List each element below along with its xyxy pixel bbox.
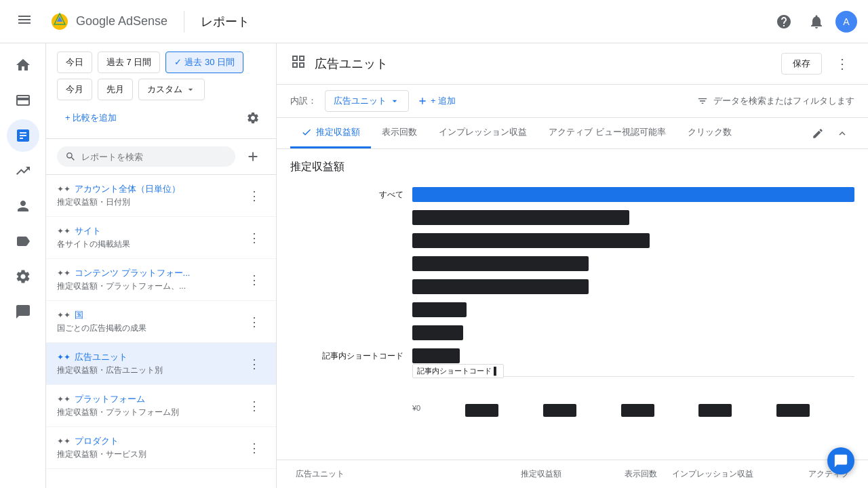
sidebar: [0, 43, 46, 488]
sidebar-item-payments[interactable]: [7, 84, 39, 117]
date-today-button[interactable]: 今日: [57, 52, 92, 73]
main-layout: 今日 過去 7 日間 ✓過去 30 日間 今月 先月 カスタム + 比較を追加: [0, 43, 868, 488]
date-last7-button[interactable]: 過去 7 日間: [98, 52, 160, 73]
x-label-0: ¥0: [412, 404, 420, 417]
avatar[interactable]: A: [835, 11, 857, 33]
report-item-site-menu[interactable]: ⋮: [243, 227, 265, 249]
bar-row-6: [412, 323, 854, 342]
bar-tooltip: 記事内ショートコード ▌: [412, 364, 504, 378]
menu-icon[interactable]: [11, 6, 38, 37]
th-impressions: 表示回数: [567, 466, 663, 483]
sidebar-item-tags[interactable]: [7, 225, 39, 258]
date-thismonth-button[interactable]: 今月: [57, 79, 92, 100]
report-item-product[interactable]: ✦✦ プロダクト 推定収益額・サービス別 ⋮: [46, 427, 276, 469]
report-header: 広告ユニット 保存 ⋮: [277, 43, 868, 85]
metric-tab-revenue[interactable]: 推定収益額: [290, 118, 371, 148]
sidebar-item-trends[interactable]: [7, 155, 39, 187]
report-item-content-platform[interactable]: ✦✦ コンテンツ プラットフォー... 推定収益額・プラットフォーム、... ⋮: [46, 259, 276, 301]
metric-tab-viewability[interactable]: アクティブ ビュー視認可能率: [538, 118, 677, 148]
x-label-2: [543, 404, 576, 417]
chart-area: 推定収益額 すべて: [277, 149, 868, 460]
metric-tab-clicks[interactable]: クリック数: [677, 118, 743, 148]
report-item-country[interactable]: ✦✦ 国 国ごとの広告掲載の成果 ⋮: [46, 301, 276, 343]
th-revenue: 推定収益額: [471, 466, 567, 483]
filter-search-bar: データを検索またはフィルタします: [697, 95, 854, 107]
date-lastmonth-button[interactable]: 先月: [98, 79, 133, 100]
bar-row-4: [412, 277, 854, 296]
logo-text: Google AdSense: [76, 14, 167, 28]
report-list: ✦✦ アカウント全体（日単位） 推定収益額・日付別 ⋮ ✦✦ サイト 各サイトの…: [46, 175, 276, 488]
metric-tab-rpm[interactable]: インプレッション収益: [428, 118, 538, 148]
report-item-ad-unit-menu[interactable]: ⋮: [243, 353, 265, 375]
sidebar-item-users[interactable]: [7, 190, 39, 222]
adsense-logo-icon: [49, 11, 71, 33]
content-select[interactable]: 広告ユニット: [325, 90, 409, 112]
x-label-1: [465, 404, 498, 417]
logo: Google AdSense: [49, 11, 167, 33]
metric-collapse-button[interactable]: [830, 121, 854, 146]
search-input-wrap: [57, 146, 235, 167]
bar-row-5: [412, 300, 854, 319]
x-label-5: [776, 404, 810, 417]
metric-tabs: 推定収益額 表示回数 インプレッション収益 アクティブ ビュー視認可能率 クリッ…: [277, 118, 868, 149]
main-content: 広告ユニット 保存 ⋮ 内訳： 広告ユニット + 追加 データを検索またはフィル…: [277, 43, 868, 488]
bar-fill-all: [412, 187, 854, 202]
th-ad-unit: 広告ユニット: [290, 466, 471, 483]
report-item-ad-unit[interactable]: ✦✦ 広告ユニット 推定収益額・広告ユニット別 ⋮: [46, 343, 276, 385]
report-grid-icon: [290, 54, 307, 74]
x-label-4: [698, 404, 732, 417]
metric-edit-button[interactable]: [806, 121, 830, 146]
help-button[interactable]: [770, 8, 797, 35]
left-panel: 今日 過去 7 日間 ✓過去 30 日間 今月 先月 カスタム + 比較を追加: [46, 43, 277, 488]
th-rpm: インプレッション収益: [663, 466, 758, 483]
search-bar: [46, 139, 276, 175]
add-filter-button[interactable]: + 追加: [417, 95, 456, 107]
bar-row-shortcode: 記事内ショートコード 記事内ショートコード ▌: [412, 346, 854, 365]
report-item-country-menu[interactable]: ⋮: [243, 311, 265, 333]
date-custom-button[interactable]: カスタム: [138, 79, 205, 100]
date-filter-bar: 今日 過去 7 日間 ✓過去 30 日間 今月 先月 カスタム + 比較を追加: [46, 43, 276, 139]
bar-row-all: すべて: [412, 185, 854, 204]
date-settings-button[interactable]: [241, 106, 265, 130]
compare-add-button[interactable]: + 比較を追加: [57, 108, 125, 128]
report-item-account[interactable]: ✦✦ アカウント全体（日単位） 推定収益額・日付別 ⋮: [46, 175, 276, 217]
x-label-3: [621, 404, 654, 417]
header-title: レポート: [201, 14, 250, 30]
report-item-platform-menu[interactable]: ⋮: [243, 395, 265, 417]
search-icon: [65, 150, 76, 163]
report-item-content-platform-menu[interactable]: ⋮: [243, 269, 265, 291]
bar-row-3: [412, 254, 854, 273]
report-item-platform[interactable]: ✦✦ プラットフォーム 推定収益額・プラットフォーム別 ⋮: [46, 385, 276, 427]
table-header: 広告ユニット 推定収益額 表示回数 インプレッション収益 アクティブ: [277, 460, 868, 488]
bar-chart: すべて: [290, 185, 854, 420]
sidebar-item-reports[interactable]: [7, 119, 39, 152]
report-title: 広告ユニット: [315, 56, 773, 72]
more-options-button[interactable]: ⋮: [830, 52, 854, 76]
content-label: 内訳：: [290, 95, 317, 107]
report-item-product-menu[interactable]: ⋮: [243, 437, 265, 459]
content-filter-bar: 内訳： 広告ユニット + 追加 データを検索またはフィルタします: [277, 85, 868, 118]
date-last30-button[interactable]: ✓過去 30 日間: [165, 52, 243, 73]
sidebar-item-feedback[interactable]: [7, 296, 39, 328]
notifications-button[interactable]: [803, 8, 830, 35]
bar-row-1: [412, 208, 854, 227]
x-axis: ¥0: [412, 376, 854, 420]
sidebar-item-home[interactable]: [7, 49, 39, 81]
bar-row-2: [412, 231, 854, 250]
header-divider: [184, 11, 184, 33]
sidebar-item-settings[interactable]: [7, 260, 39, 293]
header-icons: A: [770, 8, 857, 35]
help-fab-button[interactable]: [827, 447, 854, 474]
report-item-site[interactable]: ✦✦ サイト 各サイトの掲載結果 ⋮: [46, 217, 276, 259]
add-report-button[interactable]: [241, 144, 265, 169]
search-input[interactable]: [81, 152, 227, 162]
save-button[interactable]: 保存: [781, 53, 822, 75]
chart-title: 推定収益額: [290, 160, 854, 174]
report-item-account-menu[interactable]: ⋮: [243, 185, 265, 207]
metric-tab-impressions[interactable]: 表示回数: [371, 118, 428, 148]
app-header: Google AdSense レポート A: [0, 0, 868, 43]
